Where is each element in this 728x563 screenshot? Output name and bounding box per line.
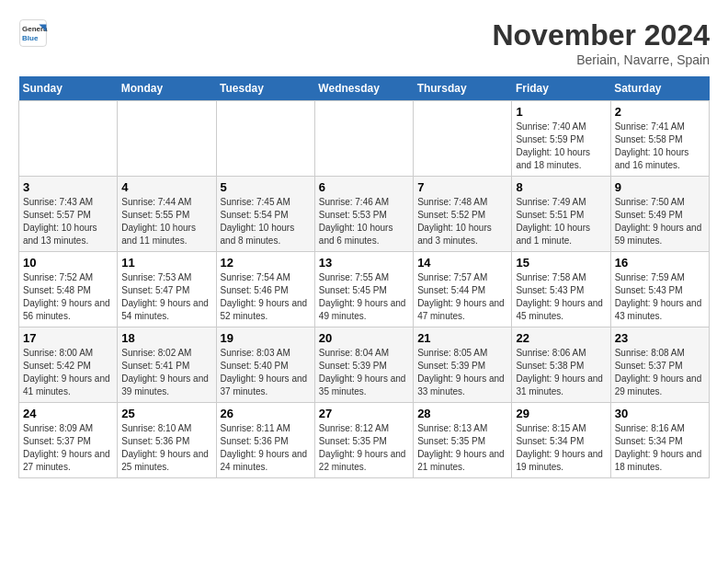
calendar-week-row: 3Sunrise: 7:43 AM Sunset: 5:57 PM Daylig…	[19, 177, 710, 252]
calendar-cell	[19, 101, 118, 177]
day-number: 18	[121, 331, 211, 345]
day-info: Sunrise: 8:04 AM Sunset: 5:39 PM Dayligh…	[319, 347, 409, 398]
weekday-header-friday: Friday	[512, 76, 610, 101]
calendar-cell: 25Sunrise: 8:10 AM Sunset: 5:36 PM Dayli…	[118, 403, 216, 478]
day-number: 13	[319, 256, 409, 270]
logo: General Blue	[18, 18, 48, 48]
location: Beriain, Navarre, Spain	[492, 52, 710, 67]
day-info: Sunrise: 8:05 AM Sunset: 5:39 PM Dayligh…	[417, 347, 507, 398]
day-info: Sunrise: 8:11 AM Sunset: 5:36 PM Dayligh…	[221, 422, 311, 474]
day-number: 1	[516, 105, 606, 119]
day-number: 5	[221, 180, 311, 194]
day-info: Sunrise: 7:57 AM Sunset: 5:44 PM Dayligh…	[417, 271, 507, 323]
day-number: 3	[23, 180, 113, 194]
calendar-cell: 19Sunrise: 8:03 AM Sunset: 5:40 PM Dayli…	[216, 327, 314, 403]
day-number: 9	[615, 180, 705, 194]
day-info: Sunrise: 8:10 AM Sunset: 5:36 PM Dayligh…	[121, 422, 211, 474]
day-info: Sunrise: 7:53 AM Sunset: 5:47 PM Dayligh…	[121, 271, 211, 323]
day-info: Sunrise: 8:09 AM Sunset: 5:37 PM Dayligh…	[23, 422, 113, 474]
day-info: Sunrise: 7:59 AM Sunset: 5:43 PM Dayligh…	[615, 271, 705, 323]
day-info: Sunrise: 7:46 AM Sunset: 5:53 PM Dayligh…	[319, 196, 409, 247]
calendar-cell: 23Sunrise: 8:08 AM Sunset: 5:37 PM Dayli…	[610, 327, 709, 403]
day-number: 15	[516, 256, 606, 270]
calendar-table: SundayMondayTuesdayWednesdayThursdayFrid…	[18, 76, 710, 478]
calendar-cell: 1Sunrise: 7:40 AM Sunset: 5:59 PM Daylig…	[512, 101, 610, 177]
day-number: 21	[417, 331, 507, 345]
day-number: 24	[23, 407, 113, 420]
weekday-header-wednesday: Wednesday	[314, 76, 413, 101]
day-number: 28	[417, 407, 507, 420]
day-number: 19	[221, 331, 311, 345]
calendar-week-row: 17Sunrise: 8:00 AM Sunset: 5:42 PM Dayli…	[19, 327, 710, 403]
calendar-cell: 10Sunrise: 7:52 AM Sunset: 5:48 PM Dayli…	[19, 252, 118, 327]
day-info: Sunrise: 7:55 AM Sunset: 5:45 PM Dayligh…	[319, 271, 409, 323]
calendar-cell	[118, 101, 216, 177]
logo-icon: General Blue	[18, 18, 48, 48]
calendar-cell: 15Sunrise: 7:58 AM Sunset: 5:43 PM Dayli…	[512, 252, 610, 327]
day-number: 12	[221, 256, 311, 270]
day-number: 2	[615, 105, 705, 119]
day-info: Sunrise: 7:45 AM Sunset: 5:54 PM Dayligh…	[221, 196, 311, 247]
page-header: General Blue November 2024 Beriain, Nava…	[18, 18, 710, 67]
calendar-cell: 8Sunrise: 7:49 AM Sunset: 5:51 PM Daylig…	[512, 177, 610, 252]
calendar-cell: 13Sunrise: 7:55 AM Sunset: 5:45 PM Dayli…	[314, 252, 413, 327]
day-number: 27	[319, 407, 409, 420]
day-info: Sunrise: 7:50 AM Sunset: 5:49 PM Dayligh…	[615, 196, 705, 247]
calendar-cell: 30Sunrise: 8:16 AM Sunset: 5:34 PM Dayli…	[610, 403, 709, 478]
day-info: Sunrise: 8:12 AM Sunset: 5:35 PM Dayligh…	[319, 422, 409, 474]
calendar-cell: 12Sunrise: 7:54 AM Sunset: 5:46 PM Dayli…	[216, 252, 314, 327]
calendar-week-row: 1Sunrise: 7:40 AM Sunset: 5:59 PM Daylig…	[19, 101, 710, 177]
calendar-cell: 26Sunrise: 8:11 AM Sunset: 5:36 PM Dayli…	[216, 403, 314, 478]
weekday-header-row: SundayMondayTuesdayWednesdayThursdayFrid…	[19, 76, 710, 101]
day-number: 29	[516, 407, 606, 420]
day-info: Sunrise: 7:49 AM Sunset: 5:51 PM Dayligh…	[516, 196, 606, 247]
weekday-header-saturday: Saturday	[610, 76, 709, 101]
calendar-cell: 14Sunrise: 7:57 AM Sunset: 5:44 PM Dayli…	[414, 252, 512, 327]
calendar-cell: 7Sunrise: 7:48 AM Sunset: 5:52 PM Daylig…	[414, 177, 512, 252]
calendar-cell: 28Sunrise: 8:13 AM Sunset: 5:35 PM Dayli…	[414, 403, 512, 478]
calendar-cell: 3Sunrise: 7:43 AM Sunset: 5:57 PM Daylig…	[19, 177, 118, 252]
calendar-cell: 4Sunrise: 7:44 AM Sunset: 5:55 PM Daylig…	[118, 177, 216, 252]
day-info: Sunrise: 7:44 AM Sunset: 5:55 PM Dayligh…	[121, 196, 211, 247]
calendar-cell	[414, 101, 512, 177]
calendar-cell: 24Sunrise: 8:09 AM Sunset: 5:37 PM Dayli…	[19, 403, 118, 478]
day-info: Sunrise: 8:06 AM Sunset: 5:38 PM Dayligh…	[516, 347, 606, 398]
svg-text:Blue: Blue	[22, 34, 39, 42]
calendar-week-row: 24Sunrise: 8:09 AM Sunset: 5:37 PM Dayli…	[19, 403, 710, 478]
calendar-cell: 29Sunrise: 8:15 AM Sunset: 5:34 PM Dayli…	[512, 403, 610, 478]
day-info: Sunrise: 8:03 AM Sunset: 5:40 PM Dayligh…	[221, 347, 311, 398]
day-info: Sunrise: 7:41 AM Sunset: 5:58 PM Dayligh…	[615, 121, 705, 172]
day-number: 8	[516, 180, 606, 194]
title-section: November 2024 Beriain, Navarre, Spain	[492, 18, 710, 67]
weekday-header-monday: Monday	[118, 76, 216, 101]
calendar-cell: 21Sunrise: 8:05 AM Sunset: 5:39 PM Dayli…	[414, 327, 512, 403]
day-number: 7	[417, 180, 507, 194]
day-number: 6	[319, 180, 409, 194]
calendar-cell: 27Sunrise: 8:12 AM Sunset: 5:35 PM Dayli…	[314, 403, 413, 478]
calendar-cell: 2Sunrise: 7:41 AM Sunset: 5:58 PM Daylig…	[610, 101, 709, 177]
calendar-cell: 22Sunrise: 8:06 AM Sunset: 5:38 PM Dayli…	[512, 327, 610, 403]
day-info: Sunrise: 7:40 AM Sunset: 5:59 PM Dayligh…	[516, 121, 606, 172]
calendar-cell: 9Sunrise: 7:50 AM Sunset: 5:49 PM Daylig…	[610, 177, 709, 252]
day-number: 26	[221, 407, 311, 420]
day-info: Sunrise: 8:15 AM Sunset: 5:34 PM Dayligh…	[516, 422, 606, 474]
calendar-cell: 5Sunrise: 7:45 AM Sunset: 5:54 PM Daylig…	[216, 177, 314, 252]
calendar-cell: 16Sunrise: 7:59 AM Sunset: 5:43 PM Dayli…	[610, 252, 709, 327]
day-info: Sunrise: 8:08 AM Sunset: 5:37 PM Dayligh…	[615, 347, 705, 398]
day-info: Sunrise: 7:54 AM Sunset: 5:46 PM Dayligh…	[221, 271, 311, 323]
day-number: 20	[319, 331, 409, 345]
calendar-cell: 18Sunrise: 8:02 AM Sunset: 5:41 PM Dayli…	[118, 327, 216, 403]
calendar-cell: 6Sunrise: 7:46 AM Sunset: 5:53 PM Daylig…	[314, 177, 413, 252]
calendar-cell	[216, 101, 314, 177]
day-number: 22	[516, 331, 606, 345]
day-info: Sunrise: 8:02 AM Sunset: 5:41 PM Dayligh…	[121, 347, 211, 398]
day-number: 16	[615, 256, 705, 270]
day-info: Sunrise: 7:58 AM Sunset: 5:43 PM Dayligh…	[516, 271, 606, 323]
calendar-cell: 17Sunrise: 8:00 AM Sunset: 5:42 PM Dayli…	[19, 327, 118, 403]
day-number: 23	[615, 331, 705, 345]
day-info: Sunrise: 7:43 AM Sunset: 5:57 PM Dayligh…	[23, 196, 113, 247]
weekday-header-thursday: Thursday	[414, 76, 512, 101]
day-info: Sunrise: 8:00 AM Sunset: 5:42 PM Dayligh…	[23, 347, 113, 398]
weekday-header-tuesday: Tuesday	[216, 76, 314, 101]
calendar-cell	[314, 101, 413, 177]
